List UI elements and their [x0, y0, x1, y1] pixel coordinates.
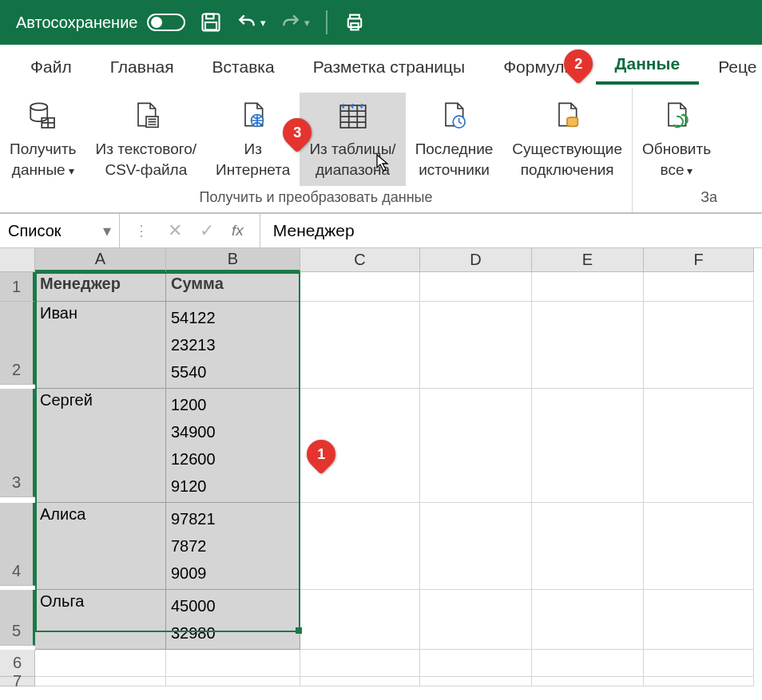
- ribbon: Получить данные▾ Из текстового/ CSV-файл…: [0, 85, 762, 213]
- col-header-C[interactable]: C: [300, 248, 420, 272]
- ribbon-tabs: Файл Главная Вставка Разметка страницы Ф…: [0, 45, 762, 85]
- chevron-down-icon: ▾: [69, 164, 74, 177]
- cell[interactable]: [166, 650, 300, 677]
- cell[interactable]: [420, 590, 532, 650]
- row-header-1[interactable]: 1: [0, 272, 35, 302]
- name-box[interactable]: Список ▾: [0, 214, 120, 247]
- row-header-4[interactable]: 4: [0, 503, 35, 586]
- cell[interactable]: [300, 677, 420, 686]
- globe-file-icon: [236, 99, 271, 134]
- tab-review[interactable]: Реце: [699, 57, 762, 85]
- tab-page-layout[interactable]: Разметка страницы: [294, 57, 485, 85]
- cell[interactable]: [644, 272, 754, 302]
- cell[interactable]: [166, 677, 300, 686]
- select-all-corner[interactable]: [0, 248, 35, 272]
- cell-A1[interactable]: Менеджер: [35, 272, 166, 302]
- from-table-range-button[interactable]: Из таблицы/ диапазона: [300, 93, 405, 186]
- cell[interactable]: [420, 677, 532, 686]
- cell[interactable]: [644, 389, 754, 503]
- row-header-7[interactable]: 7: [0, 677, 35, 686]
- fx-icon[interactable]: fx: [232, 222, 244, 239]
- cell[interactable]: [300, 650, 420, 677]
- redo-button[interactable]: ▾: [280, 12, 310, 33]
- recent-file-icon: [436, 99, 471, 134]
- cell[interactable]: [532, 590, 644, 650]
- cell[interactable]: [420, 650, 532, 677]
- chevron-down-icon[interactable]: ▾: [103, 221, 111, 240]
- existing-connections-button[interactable]: Существующие подключения: [502, 93, 632, 186]
- get-data-button[interactable]: Получить данные▾: [0, 93, 86, 186]
- row-header-3[interactable]: 3: [0, 389, 35, 497]
- recent-sources-button[interactable]: Последние источники: [406, 93, 503, 186]
- cell[interactable]: [532, 677, 644, 686]
- cell[interactable]: [644, 590, 754, 650]
- group-label-queries: За: [633, 186, 720, 212]
- col-header-E[interactable]: E: [532, 248, 644, 272]
- cell-A3[interactable]: Сергей: [35, 389, 166, 503]
- cell-B4[interactable]: 97821 7872 9009: [166, 503, 300, 590]
- undo-button[interactable]: ▾: [236, 12, 266, 33]
- cell-A5[interactable]: Ольга: [35, 590, 166, 650]
- formula-input[interactable]: [260, 214, 762, 247]
- svg-rect-1: [207, 14, 214, 19]
- row-header-2[interactable]: 2: [0, 302, 35, 385]
- cell[interactable]: [532, 503, 644, 590]
- title-bar: Автосохранение ▾ ▾: [0, 0, 762, 45]
- col-header-D[interactable]: D: [420, 248, 532, 272]
- cell[interactable]: [532, 302, 644, 389]
- col-header-A[interactable]: A: [35, 248, 166, 272]
- spreadsheet-grid[interactable]: A B C D E F 1 Менеджер Сумма 2 Иван 5412…: [0, 248, 762, 686]
- cell[interactable]: [35, 650, 166, 677]
- file-text-icon: [129, 99, 164, 134]
- separator: [326, 10, 327, 34]
- cell[interactable]: [420, 503, 532, 590]
- cell-B1[interactable]: Сумма: [166, 272, 300, 302]
- tab-file[interactable]: Файл: [11, 57, 91, 85]
- cell[interactable]: [532, 650, 644, 677]
- print-preview-icon[interactable]: [343, 11, 366, 34]
- cell-A2[interactable]: Иван: [35, 302, 166, 389]
- save-icon[interactable]: [200, 11, 222, 34]
- col-header-F[interactable]: F: [644, 248, 754, 272]
- chevron-down-icon: ▾: [687, 164, 693, 177]
- cell[interactable]: [532, 389, 644, 503]
- cell[interactable]: [300, 272, 420, 302]
- file-db-icon: [550, 99, 585, 134]
- table-icon: [335, 99, 371, 134]
- tab-home[interactable]: Главная: [91, 57, 193, 85]
- row-header-5[interactable]: 5: [0, 590, 35, 646]
- cell-A4[interactable]: Алиса: [35, 503, 166, 590]
- from-text-csv-button[interactable]: Из текстового/ CSV-файла: [86, 93, 207, 186]
- cell[interactable]: [420, 272, 532, 302]
- cell-B2[interactable]: 54122 23213 5540: [166, 302, 300, 389]
- cell[interactable]: [644, 503, 754, 590]
- cell[interactable]: [420, 389, 532, 503]
- cell[interactable]: [300, 503, 420, 590]
- cancel-icon[interactable]: ✕: [168, 220, 182, 241]
- refresh-icon: [659, 99, 694, 134]
- svg-rect-2: [205, 22, 216, 30]
- database-icon: [26, 99, 61, 134]
- col-header-B[interactable]: B: [166, 248, 300, 272]
- group-label-get-transform: Получить и преобразовать данные: [0, 186, 632, 212]
- autosave-toggle[interactable]: Автосохранение: [16, 14, 185, 32]
- enter-icon[interactable]: ✓: [200, 220, 214, 241]
- formula-bar: Список ▾ ⋮ ✕ ✓ fx: [0, 213, 762, 248]
- cell[interactable]: [532, 272, 644, 302]
- cell[interactable]: [420, 302, 532, 389]
- cell[interactable]: [644, 302, 754, 389]
- refresh-all-button[interactable]: Обновить все▾: [633, 93, 720, 186]
- toggle-icon[interactable]: [147, 14, 185, 31]
- cell[interactable]: [300, 590, 420, 650]
- cell[interactable]: [644, 650, 754, 677]
- cell[interactable]: [35, 677, 166, 686]
- cell[interactable]: [644, 677, 754, 686]
- cell[interactable]: [300, 302, 420, 389]
- cell-B5[interactable]: 45000 32980: [166, 590, 300, 650]
- tab-insert[interactable]: Вставка: [193, 57, 294, 85]
- svg-point-5: [30, 103, 47, 110]
- drag-dots-icon[interactable]: ⋮: [120, 222, 152, 239]
- tab-data[interactable]: Данные: [596, 54, 700, 85]
- cell-B3[interactable]: 1200 34900 12600 9120: [166, 389, 300, 503]
- autosave-label: Автосохранение: [16, 14, 137, 32]
